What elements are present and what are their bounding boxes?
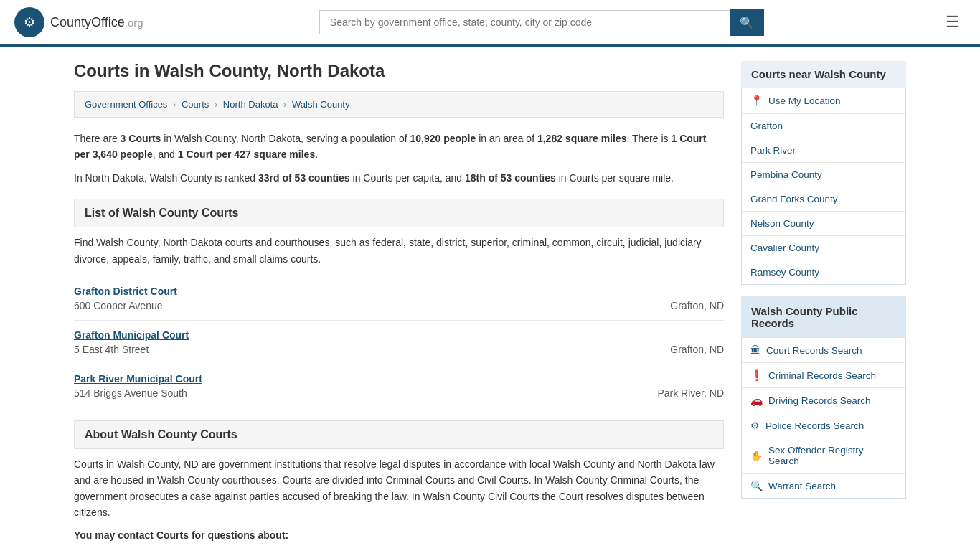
court-city-grafton-municipal: Grafton, ND (670, 344, 724, 355)
sidebar-item-pembina-county[interactable]: Pembina County (742, 163, 905, 187)
intro-paragraph-1: There are 3 Courts in Walsh County, Nort… (74, 131, 724, 163)
sidebar-courts-nearby: Courts near Walsh County 📍 Use My Locati… (741, 61, 906, 285)
court-item-park-river-municipal: Park River Municipal Court 514 Briggs Av… (74, 364, 724, 408)
logo-area: ⚙ CountyOffice.org (14, 7, 143, 37)
sidebar-link-park-river[interactable]: Park River (742, 138, 905, 162)
warrant-search-label: Warrant Search (768, 481, 836, 491)
sidebar-link-pembina-county[interactable]: Pembina County (742, 163, 905, 187)
sidebar-link-grand-forks-county[interactable]: Grand Forks County (742, 187, 905, 211)
breadcrumb-north-dakota[interactable]: North Dakota (223, 99, 278, 110)
court-records-icon: 🏛 (750, 344, 760, 356)
sidebar-item-grand-forks-county[interactable]: Grand Forks County (742, 187, 905, 212)
court-address-grafton-municipal: 5 East 4th Street (74, 344, 149, 355)
about-section-header: About Walsh County Courts (74, 420, 724, 449)
list-section-header: List of Walsh County Courts (74, 199, 724, 227)
breadcrumb-walsh-county[interactable]: Walsh County (292, 99, 349, 110)
sidebar-link-sex-offender-registry[interactable]: ✋ Sex Offender Registry Search (742, 438, 905, 473)
sidebar-link-cavalier-county[interactable]: Cavalier County (742, 236, 905, 260)
sidebar-public-records: Walsh County Public Records 🏛 Court Reco… (741, 296, 906, 499)
court-item-grafton-municipal: Grafton Municipal Court 5 East 4th Stree… (74, 321, 724, 364)
breadcrumb: Government Offices › Courts › North Dako… (74, 91, 724, 118)
sidebar: Courts near Walsh County 📍 Use My Locati… (741, 61, 906, 541)
sidebar-link-warrant-search[interactable]: 🔍 Warrant Search (742, 474, 905, 498)
search-button[interactable]: 🔍 (730, 9, 764, 36)
contact-heading: You may contact Courts for questions abo… (74, 529, 724, 541)
sidebar-item-driving-records[interactable]: 🚗 Driving Records Search (742, 388, 905, 413)
sex-offender-label: Sex Offender Registry Search (768, 445, 897, 466)
sidebar-item-criminal-records[interactable]: ❗ Criminal Records Search (742, 363, 905, 388)
criminal-records-icon: ❗ (750, 369, 763, 381)
courts-list: Grafton District Court 600 Cooper Avenue… (74, 277, 724, 408)
criminal-records-label: Criminal Records Search (768, 370, 876, 381)
sidebar-item-police-records[interactable]: ⚙ Police Records Search (742, 413, 905, 438)
intro-paragraph-2: In North Dakota, Walsh County is ranked … (74, 170, 724, 186)
sex-offender-icon: ✋ (750, 450, 763, 461)
sidebar-link-criminal-records[interactable]: ❗ Criminal Records Search (742, 363, 905, 387)
about-text: Courts in Walsh County, ND are governmen… (74, 456, 724, 521)
police-records-label: Police Records Search (765, 420, 864, 431)
sidebar-item-sex-offender-registry[interactable]: ✋ Sex Offender Registry Search (742, 438, 905, 474)
sidebar-records-list: 🏛 Court Records Search ❗ Criminal Record… (741, 338, 906, 499)
logo-text: CountyOffice.org (50, 15, 143, 30)
list-description: Find Walsh County, North Dakota courts a… (74, 235, 724, 267)
breadcrumb-government-offices[interactable]: Government Offices (85, 99, 167, 110)
search-area: 🔍 (319, 9, 764, 36)
warrant-search-icon: 🔍 (750, 480, 763, 491)
page-title: Courts in Walsh County, North Dakota (74, 61, 724, 81)
sidebar-link-police-records[interactable]: ⚙ Police Records Search (742, 413, 905, 438)
header: ⚙ CountyOffice.org 🔍 ☰ (0, 0, 980, 47)
sidebar-link-court-records[interactable]: 🏛 Court Records Search (742, 338, 905, 362)
sidebar-item-grafton[interactable]: Grafton (742, 114, 905, 138)
main-container: Courts in Walsh County, North Dakota Gov… (60, 47, 920, 551)
sidebar-use-location[interactable]: 📍 Use My Location (742, 88, 905, 114)
court-link-grafton-district[interactable]: Grafton District Court (74, 286, 724, 297)
sidebar-item-cavalier-county[interactable]: Cavalier County (742, 236, 905, 260)
court-address-grafton-district: 600 Cooper Avenue (74, 300, 163, 311)
content-area: Courts in Walsh County, North Dakota Gov… (74, 61, 724, 541)
court-address-park-river: 514 Briggs Avenue South (74, 387, 187, 399)
court-item-grafton-district: Grafton District Court 600 Cooper Avenue… (74, 277, 724, 321)
sidebar-item-ramsey-county[interactable]: Ramsey County (742, 260, 905, 284)
court-city-park-river: Park River, ND (657, 387, 724, 399)
sidebar-link-ramsey-county[interactable]: Ramsey County (742, 260, 905, 284)
location-pin-icon: 📍 (750, 95, 763, 106)
breadcrumb-courts[interactable]: Courts (182, 99, 209, 110)
sidebar-records-title: Walsh County Public Records (741, 296, 906, 338)
sidebar-link-grafton[interactable]: Grafton (742, 114, 905, 138)
sidebar-item-park-river[interactable]: Park River (742, 138, 905, 163)
hamburger-button[interactable]: ☰ (940, 10, 966, 34)
sidebar-nearby-list: 📍 Use My Location Grafton Park River Pem… (741, 88, 906, 285)
court-city-grafton-district: Grafton, ND (670, 300, 724, 311)
sidebar-item-court-records[interactable]: 🏛 Court Records Search (742, 338, 905, 363)
sidebar-item-warrant-search[interactable]: 🔍 Warrant Search (742, 474, 905, 498)
police-records-icon: ⚙ (750, 420, 760, 431)
court-link-grafton-municipal[interactable]: Grafton Municipal Court (74, 329, 724, 341)
search-input[interactable] (319, 10, 730, 34)
sidebar-courts-title: Courts near Walsh County (741, 61, 906, 88)
use-location-link[interactable]: 📍 Use My Location (742, 88, 905, 113)
logo-icon: ⚙ (14, 7, 44, 37)
use-location-label: Use My Location (768, 95, 841, 106)
sidebar-link-nelson-county[interactable]: Nelson County (742, 212, 905, 235)
driving-records-label: Driving Records Search (768, 395, 871, 406)
sidebar-link-driving-records[interactable]: 🚗 Driving Records Search (742, 388, 905, 413)
court-records-label: Court Records Search (766, 345, 862, 356)
driving-records-icon: 🚗 (750, 395, 763, 406)
sidebar-item-nelson-county[interactable]: Nelson County (742, 212, 905, 236)
court-link-park-river-municipal[interactable]: Park River Municipal Court (74, 373, 724, 385)
